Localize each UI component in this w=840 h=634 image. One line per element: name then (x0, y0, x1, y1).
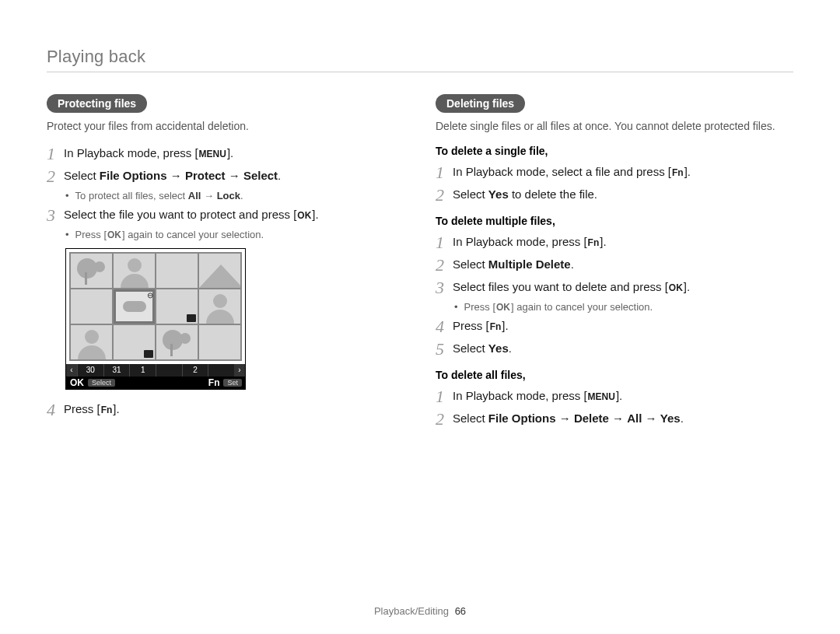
ok-key: OK (296, 208, 312, 222)
step-number: 2 (436, 186, 453, 204)
step-text: Select Yes. (453, 340, 512, 358)
thumbnail-grid: ⊖ (69, 252, 242, 361)
thumbnail (71, 325, 112, 359)
step-number: 4 (47, 401, 64, 419)
left-step-2: 2 Select File Options → Protect → Select… (47, 167, 404, 185)
date-segment (208, 364, 234, 377)
thumbnail (71, 254, 112, 288)
thumbnail (199, 289, 240, 324)
ok-label: OK (69, 377, 85, 388)
sec2-step-1: 1 In Playback mode, press [Fn]. (436, 233, 793, 251)
step-text: Select files you want to delete and pres… (453, 278, 690, 296)
page-header: Playing back (47, 47, 793, 67)
ok-key: OK (668, 281, 684, 295)
step-text: In Playback mode, press [MENU]. (64, 145, 233, 163)
sec2-step-3: 3 Select files you want to delete and pr… (436, 278, 793, 296)
date-segment: 1 (129, 364, 156, 377)
sec2-step-4: 4 Press [Fn]. (436, 317, 793, 335)
sec3-step-1: 1 In Playback mode, press [MENU]. (436, 387, 793, 405)
camera-screenshot: ⊖ ‹ 30 31 1 2 (65, 248, 246, 390)
step-number: 1 (436, 163, 453, 181)
left-step-1: 1 In Playback mode, press [MENU]. (47, 145, 404, 163)
left-step-4: 4 Press [Fn]. (47, 401, 404, 419)
step-text: Select Yes to delete the file. (453, 186, 597, 204)
fn-key: Fn (671, 166, 684, 180)
step-number: 3 (47, 206, 64, 224)
left-column: Protecting files Protect your files from… (47, 94, 404, 433)
protecting-files-pill: Protecting files (47, 94, 147, 113)
right-column: Deleting files Delete single files or al… (436, 94, 793, 433)
step-text: Select File Options → Protect → Select. (64, 167, 281, 185)
select-label: Select (88, 379, 115, 387)
step-number: 1 (436, 233, 453, 251)
header-divider (47, 72, 793, 72)
step-text: Press [Fn]. (64, 401, 120, 419)
thumbnail (199, 254, 240, 288)
left-step-3: 3 Select the file you want to protect an… (47, 206, 404, 224)
step-text: Select File Options → Delete → All → Yes… (453, 410, 684, 428)
footer-section: Playback/Editing (374, 605, 449, 617)
thumbnail (114, 254, 155, 288)
fn-label: Fn (208, 377, 221, 388)
set-label: Set (223, 379, 242, 387)
next-arrow-icon: › (234, 364, 245, 377)
date-segment: 30 (77, 364, 103, 377)
step-text: In Playback mode, press [Fn]. (453, 233, 607, 251)
step-number: 2 (436, 410, 453, 428)
fn-key: Fn (100, 403, 114, 417)
left-step-2-bullet: To protect all files, select All → Lock. (65, 190, 404, 201)
step-number: 2 (47, 167, 64, 185)
sec2-step-5: 5 Select Yes. (436, 340, 793, 358)
step-number: 3 (436, 278, 453, 296)
delete-multiple-subhead: To delete multiple files, (436, 215, 793, 227)
thumbnail (114, 325, 155, 359)
video-icon (187, 314, 196, 322)
protecting-intro: Protect your files from accidental delet… (47, 119, 404, 134)
fn-key: Fn (489, 320, 502, 334)
sec2-step-2: 2 Select Multiple Delete. (436, 256, 793, 274)
step-number: 2 (436, 256, 453, 274)
step-text: Press [Fn]. (453, 317, 509, 335)
delete-all-subhead: To delete all files, (436, 369, 793, 381)
sec1-step-1: 1 In Playback mode, select a file and pr… (436, 163, 793, 181)
page-footer: Playback/Editing 66 (0, 605, 840, 617)
date-bar: ‹ 30 31 1 2 › (66, 364, 245, 377)
thumbnail-selected: ⊖ (114, 289, 155, 324)
sec3-step-2: 2 Select File Options → Delete → All → Y… (436, 410, 793, 428)
status-bar: OK Select Fn Set (66, 377, 245, 389)
step-text: Select Multiple Delete. (453, 256, 574, 274)
date-segment (156, 364, 182, 377)
footer-page-number: 66 (455, 605, 466, 617)
step-number: 4 (436, 317, 453, 335)
deleting-intro: Delete single files or all files at once… (436, 119, 793, 134)
lock-icon: ⊖ (147, 291, 153, 299)
sec2-step-3-bullet: Press [OK] again to cancel your selectio… (454, 301, 793, 313)
fn-key: Fn (587, 236, 600, 250)
thumbnail (71, 289, 112, 324)
date-segment: 31 (103, 364, 130, 377)
step-number: 5 (436, 340, 453, 358)
step-text: In Playback mode, select a file and pres… (453, 163, 691, 181)
thumbnail (156, 289, 198, 324)
video-icon (144, 350, 153, 358)
menu-key: MENU (198, 147, 227, 161)
date-segment: 2 (182, 364, 208, 377)
delete-single-subhead: To delete a single file, (436, 145, 793, 157)
ok-key: OK (495, 302, 511, 313)
prev-arrow-icon: ‹ (66, 364, 77, 377)
thumbnail (199, 325, 240, 359)
ok-key: OK (107, 229, 122, 240)
step-text: Select the file you want to protect and … (64, 206, 319, 224)
step-number: 1 (436, 387, 453, 405)
deleting-files-pill: Deleting files (436, 94, 525, 113)
sec1-step-2: 2 Select Yes to delete the file. (436, 186, 793, 204)
step-text: In Playback mode, press [MENU]. (453, 387, 622, 405)
thumbnail (156, 254, 198, 288)
step-number: 1 (47, 145, 64, 163)
thumbnail (156, 325, 198, 359)
menu-key: MENU (587, 390, 616, 404)
left-step-3-bullet: Press [OK] again to cancel your selectio… (65, 229, 404, 240)
